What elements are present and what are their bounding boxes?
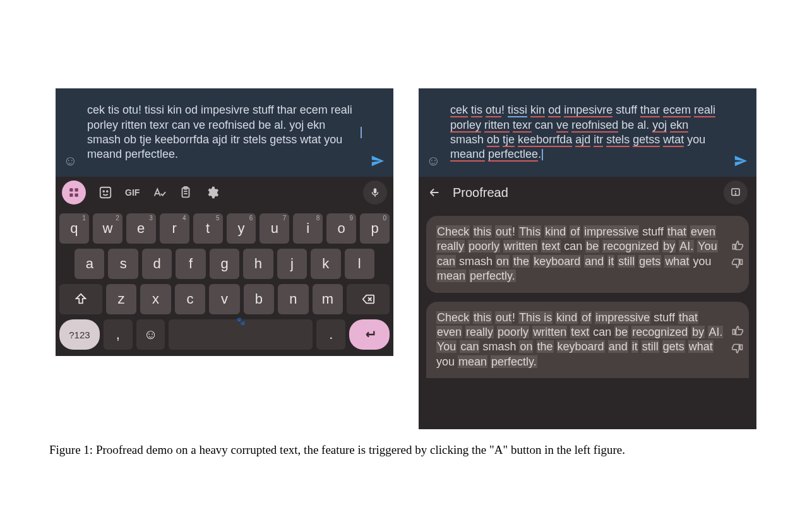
keyboard-row-3: z x c v b n m [59,284,390,314]
key-b[interactable]: b [244,284,274,314]
enter-key[interactable] [349,319,390,350]
apps-icon[interactable] [62,181,86,205]
key-z[interactable]: z [106,284,136,314]
key-m[interactable]: m [313,284,343,314]
proofread-a-icon[interactable] [152,186,166,199]
thumbs-down-icon[interactable] [731,258,744,270]
gif-button[interactable]: GIF [125,187,140,198]
svg-point-5 [103,191,104,192]
numbers-key[interactable]: ?123 [59,319,100,350]
key-e[interactable]: 3e [126,213,156,244]
svg-rect-0 [69,188,73,191]
text-input-area[interactable]: ☺ cek tis otu! tissi kin od impesivre st… [56,88,393,177]
key-f[interactable]: f [176,249,205,279]
thumbs-up-icon[interactable] [731,239,744,251]
svg-point-6 [107,191,108,192]
svg-rect-2 [69,194,73,197]
keyboard-row-4: ?123 , ☺ 🐾 . [59,319,390,350]
mic-icon[interactable] [363,181,387,205]
text-input-area-right[interactable]: ☺ cek tis otu! tissi kin od impesivre st… [419,88,756,177]
proofread-header: Proofread [419,177,756,208]
send-icon[interactable] [371,154,385,168]
key-r[interactable]: 4r [160,213,189,244]
figure-container: ☺ cek tis otu! tissi kin od impesivre st… [49,88,763,429]
comma-key[interactable]: , [104,319,133,350]
key-d[interactable]: d [142,249,172,279]
key-c[interactable]: c [175,284,205,314]
typed-text-underlined[interactable]: cek tis otu! tissi kin od impesivre stuf… [450,103,725,162]
typed-text[interactable]: cek tis otu! tissi kin od impesivre stuf… [87,103,360,162]
text-cursor [361,127,362,138]
keyboard-toolbar: GIF [56,177,393,208]
proofread-suggestions: Check this out! This kind of impressive … [419,208,756,429]
key-j[interactable]: j [277,249,307,279]
shift-key[interactable] [59,284,102,314]
keyboard: 1q 2w 3e 4r 5t 6y 7u 8i 9o 0p a s d f g … [56,208,393,356]
period-key[interactable]: . [316,319,345,350]
emoji-icon[interactable]: ☺ [426,153,440,169]
thumbs-down-icon[interactable] [731,343,744,355]
settings-icon[interactable] [205,186,219,199]
key-p[interactable]: 0p [360,213,390,244]
key-i[interactable]: 8i [293,213,323,244]
clipboard-icon[interactable] [179,186,193,199]
key-k[interactable]: k [311,249,340,279]
key-o[interactable]: 9o [326,213,356,244]
key-l[interactable]: l [345,249,374,279]
suggestion-text: Check this out! This is kind of impressi… [436,311,726,370]
key-g[interactable]: g [210,249,239,279]
backspace-key[interactable] [347,284,390,314]
emoji-key[interactable]: ☺ [136,319,165,350]
thumbs-up-icon[interactable] [731,324,744,336]
suggestion-card[interactable]: Check this out! This is kind of impressi… [426,302,749,379]
key-t[interactable]: 5t [193,213,223,244]
key-q[interactable]: 1q [59,213,89,244]
svg-rect-3 [75,194,78,197]
key-s[interactable]: s [108,249,138,279]
suggestion-text: Check this out! This kind of impressive … [436,225,726,284]
right-phone-panel: ☺ cek tis otu! tissi kin od impesivre st… [419,88,756,429]
left-phone-panel: ☺ cek tis otu! tissi kin od impesivre st… [56,88,393,429]
text-cursor [542,149,543,160]
figure-caption: Figure 1: Proofread demo on a heavy corr… [49,442,763,458]
key-u[interactable]: 7u [260,213,289,244]
key-w[interactable]: 2w [93,213,122,244]
sticker-icon[interactable] [99,186,112,199]
key-y[interactable]: 6y [227,213,256,244]
emoji-icon[interactable]: ☺ [63,153,77,169]
feedback-icon[interactable] [724,181,748,205]
svg-rect-4 [100,187,111,198]
spacebar[interactable]: 🐾 [169,319,313,350]
key-x[interactable]: x [140,284,170,314]
key-v[interactable]: v [209,284,239,314]
proofread-title: Proofread [453,186,508,200]
svg-rect-1 [75,188,78,191]
paw-icon: 🐾 [236,317,246,326]
svg-point-15 [735,194,736,194]
key-h[interactable]: h [243,249,273,279]
send-icon[interactable] [734,154,748,168]
keyboard-row-2: a s d f g h j k l [59,249,390,279]
back-icon[interactable] [427,186,441,199]
suggestion-card[interactable]: Check this out! This kind of impressive … [426,216,749,293]
key-a[interactable]: a [75,249,104,279]
key-n[interactable]: n [278,284,308,314]
keyboard-row-1: 1q 2w 3e 4r 5t 6y 7u 8i 9o 0p [59,213,390,244]
